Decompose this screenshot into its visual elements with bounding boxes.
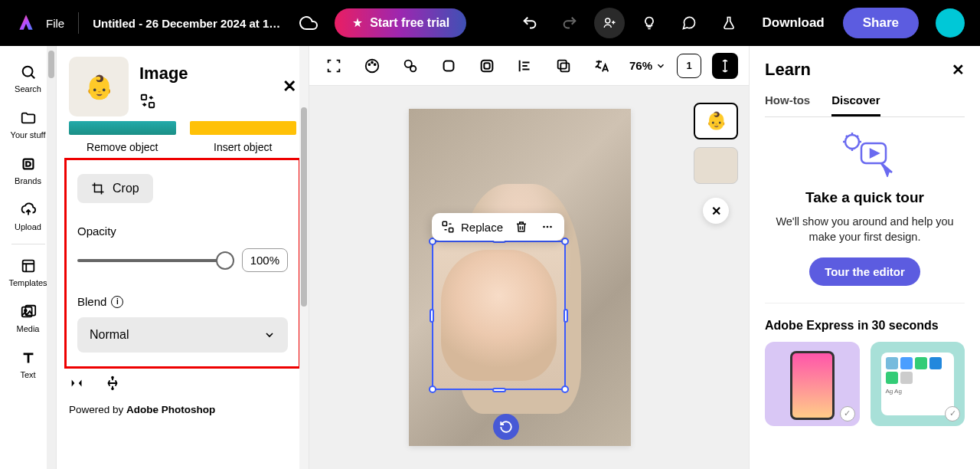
fit-screen-icon[interactable] [320, 52, 348, 80]
svg-rect-23 [449, 228, 453, 232]
trial-label: Start free trial [370, 16, 449, 30]
crop-button[interactable]: Crop [77, 174, 153, 203]
page-thumb-1[interactable]: 👶 [694, 103, 738, 139]
close-learn-button[interactable]: ✕ [952, 61, 965, 79]
swatch-grid-icon: Ag Ag [881, 353, 955, 415]
floating-action-bar: Replace [432, 213, 564, 241]
expand-collapse-icon[interactable] [712, 53, 738, 79]
insert-object-label: Insert object [214, 141, 272, 153]
highlighted-controls-region: Crop Opacity 100% Blend i Normal [64, 158, 301, 369]
color-palette-icon[interactable] [358, 52, 386, 80]
tab-discover[interactable]: Discover [831, 93, 880, 116]
replace-button[interactable]: Replace [441, 220, 503, 234]
translate-icon[interactable] [588, 52, 616, 80]
swap-icon[interactable] [139, 93, 188, 110]
delete-button[interactable] [514, 219, 529, 235]
learn-title: Learn [765, 60, 811, 80]
zoom-dropdown[interactable]: 76% [629, 59, 666, 72]
upload-icon [19, 201, 38, 219]
text-icon [19, 349, 38, 367]
remove-object-card[interactable]: Remove object [69, 121, 176, 153]
panel-title: Image [139, 64, 188, 84]
panel-scrollbar[interactable] [299, 46, 309, 469]
rail-divider [11, 244, 45, 244]
search-icon [19, 63, 38, 81]
file-menu[interactable]: File [46, 17, 64, 30]
opacity-slider-handle[interactable] [216, 251, 234, 270]
svg-rect-18 [482, 60, 493, 71]
lightbulb-icon[interactable] [634, 8, 665, 38]
blend-mode-select[interactable]: Normal [77, 317, 288, 353]
remove-object-label: Remove object [87, 141, 158, 153]
start-free-trial-button[interactable]: Start free trial [335, 8, 466, 38]
tab-howtos[interactable]: How-tos [765, 93, 810, 116]
resize-handle[interactable] [561, 385, 569, 393]
distribute-icon[interactable] [104, 375, 121, 392]
resize-handle[interactable] [561, 238, 569, 245]
svg-rect-20 [558, 60, 567, 68]
history-undo-fab[interactable] [493, 414, 519, 440]
close-panel-button[interactable]: ✕ [283, 77, 296, 97]
resize-edge[interactable] [564, 309, 568, 323]
opacity-slider[interactable] [77, 259, 231, 262]
page-thumbnails: 👶 ✕ [694, 103, 738, 224]
tutorial-card-1[interactable]: ✓ [765, 342, 860, 426]
layers-icon[interactable] [550, 52, 577, 80]
download-button[interactable]: Download [763, 15, 825, 31]
powered-by-text: Powered by Adobe Photoshop [69, 399, 296, 415]
selected-image-thumbnail: 👶 [69, 57, 129, 116]
effects-icon[interactable] [397, 52, 424, 80]
page-indicator[interactable]: 1 [677, 54, 701, 78]
user-avatar[interactable] [936, 8, 965, 38]
redo-button[interactable] [554, 8, 585, 38]
section-title-30s: Adobe Express in 30 seconds [765, 319, 965, 333]
blend-mode-value: Normal [90, 328, 129, 342]
close-thumbnails-button[interactable]: ✕ [703, 198, 729, 224]
tour-description: We'll show you around and help you make … [765, 214, 965, 245]
info-icon[interactable]: i [111, 296, 123, 308]
cloud-sync-icon[interactable] [299, 14, 318, 32]
beaker-icon[interactable] [714, 8, 744, 38]
resize-edge[interactable] [430, 309, 434, 323]
insert-object-card[interactable]: Insert object [190, 121, 297, 153]
opacity-value-input[interactable]: 100% [242, 248, 288, 272]
topbar: File Untitled - 26 December 2024 at 13..… [0, 0, 980, 46]
svg-rect-3 [22, 261, 34, 272]
canvas-area: 76% 1 Replace [309, 46, 749, 469]
rounded-rect-icon[interactable] [435, 52, 462, 80]
svg-point-10 [112, 388, 113, 389]
tour-title: Take a quick tour [805, 189, 924, 206]
resize-handle[interactable] [429, 385, 436, 393]
tour-editor-button[interactable]: Tour the editor [809, 257, 920, 286]
svg-point-25 [547, 226, 549, 228]
rail-label: Media [17, 324, 40, 333]
align-icon[interactable] [511, 52, 539, 80]
chevron-down-icon [263, 329, 276, 341]
svg-point-9 [112, 377, 113, 379]
chevron-down-icon [655, 61, 666, 71]
nested-rect-icon[interactable] [473, 52, 501, 80]
check-icon: ✓ [840, 406, 855, 421]
share-button[interactable]: Share [843, 8, 919, 38]
tutorial-card-2[interactable]: Ag Ag ✓ [871, 342, 965, 426]
more-options-button[interactable] [540, 219, 555, 235]
rail-label: Search [15, 84, 41, 93]
svg-rect-7 [142, 95, 146, 100]
tour-illustration-icon [838, 131, 892, 177]
undo-button[interactable] [514, 8, 545, 38]
selected-image-on-canvas[interactable] [432, 241, 566, 390]
rail-label: Text [20, 370, 35, 379]
rail-scrollbar[interactable] [47, 46, 56, 469]
app-logo[interactable] [15, 12, 37, 34]
svg-rect-21 [560, 63, 569, 71]
rail-label: Brands [15, 176, 41, 185]
invite-button[interactable] [594, 8, 625, 38]
replace-label: Replace [461, 221, 503, 234]
document-title[interactable]: Untitled - 26 December 2024 at 13.... [93, 17, 284, 30]
resize-edge[interactable] [492, 388, 506, 392]
blend-label: Blend [77, 295, 106, 308]
svg-rect-17 [444, 61, 454, 71]
comment-icon[interactable] [674, 8, 704, 38]
flip-horizontal-icon[interactable] [69, 375, 86, 392]
page-thumb-2[interactable] [694, 147, 738, 184]
